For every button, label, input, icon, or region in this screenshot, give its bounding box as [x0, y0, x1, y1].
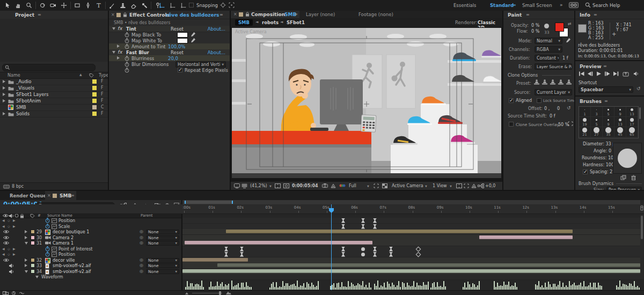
- track-row[interactable]: [182, 269, 640, 275]
- workspace-small-screen[interactable]: Small Screen: [522, 3, 552, 8]
- project-panel-menu-icon[interactable]: ≡: [38, 12, 41, 17]
- effect-prop-map-black[interactable]: Map Black To: [109, 32, 230, 38]
- layer-label-swatch[interactable]: [31, 235, 35, 240]
- track-row[interactable]: [182, 218, 640, 224]
- twirl-right-icon[interactable]: [25, 259, 27, 262]
- project-tab[interactable]: Project: [15, 12, 34, 18]
- parent-pickwhip-icon[interactable]: ◎: [140, 229, 143, 234]
- composition-tab[interactable]: × Composition SMB ≡: [231, 11, 299, 18]
- parent-pickwhip-icon[interactable]: ◎: [140, 263, 143, 268]
- pan-behind-tool-icon[interactable]: [58, 1, 69, 10]
- channels-icon[interactable]: [339, 183, 346, 188]
- project-item-Solids[interactable]: Solids F: [0, 110, 108, 117]
- eye-toggle-icon[interactable]: [3, 258, 9, 262]
- duration-dropdown[interactable]: Constant: [535, 55, 559, 61]
- keyframe-marker[interactable]: [361, 247, 365, 251]
- mask-visibility-icon[interactable]: [283, 183, 289, 188]
- effect-name[interactable]: Tint: [126, 26, 136, 32]
- effect-prop-amount[interactable]: Amount to Tint 100,0%: [109, 43, 230, 49]
- eye-toggle-icon[interactable]: [3, 241, 9, 245]
- flow-value[interactable]: 0 %: [531, 29, 539, 34]
- label-swatch[interactable]: [92, 92, 97, 97]
- keyframe-marker[interactable]: [240, 247, 244, 252]
- local-axis-icon[interactable]: [157, 1, 167, 10]
- comp-panel-menu-icon[interactable]: ≡: [294, 12, 298, 17]
- workspace-essentials[interactable]: Essentials: [453, 3, 477, 8]
- safe-guides-icon[interactable]: [275, 183, 281, 188]
- first-frame-button[interactable]: [579, 71, 585, 77]
- color-swatch[interactable]: [177, 32, 188, 38]
- layer-duration-bar[interactable]: [226, 230, 573, 233]
- keyframe-marker[interactable]: [341, 218, 345, 223]
- footage-tab[interactable]: Footage (none): [358, 12, 393, 17]
- orbit-camera-tool-icon[interactable]: [37, 1, 48, 10]
- brush-tip-preview[interactable]: [544, 24, 549, 28]
- time-ruler[interactable]: :00s01s02s03s04s05s06s07s08s09s10s11s12s…: [0, 204, 644, 214]
- zoom-level[interactable]: (41,2%): [250, 183, 267, 188]
- keyframe-marker[interactable]: [373, 218, 377, 223]
- twirl-right-icon[interactable]: [25, 230, 27, 233]
- prev-keyframe-icon[interactable]: ◀: [2, 218, 5, 222]
- eye-toggle-icon[interactable]: [3, 230, 9, 234]
- zoom-out-mountain-icon[interactable]: [185, 291, 190, 295]
- label-swatch[interactable]: [92, 86, 97, 90]
- offset-x[interactable]: 0 ,: [544, 106, 550, 111]
- export-preview-icon[interactable]: [623, 71, 629, 77]
- shape-tool-icon[interactable]: [72, 1, 83, 10]
- clone-stamp-tool-icon[interactable]: [118, 1, 128, 10]
- keyframe-marker[interactable]: [416, 246, 421, 252]
- layer-row-31[interactable]: 31 Camera 1 ◎ None: [0, 240, 181, 246]
- magnification-icon[interactable]: [241, 183, 247, 188]
- lock-source-time-checkbox[interactable]: [537, 98, 541, 103]
- swap-colors-icon[interactable]: ⇄: [568, 21, 572, 26]
- pixel-aspect-icon[interactable]: [456, 183, 462, 188]
- stopwatch-icon[interactable]: [45, 252, 50, 257]
- effect-controls-tab[interactable]: Effect Controls: [129, 12, 170, 18]
- fast-previews-icon[interactable]: [464, 183, 469, 188]
- view-axis-icon[interactable]: [178, 1, 189, 10]
- effect-prop-blur-dimensions[interactable]: Blur Dimensions Horizontal and Vertica: [109, 61, 230, 67]
- layer-label-swatch[interactable]: [31, 263, 35, 268]
- track-row[interactable]: [182, 229, 640, 235]
- parent-dropdown[interactable]: None: [146, 230, 179, 234]
- workspace-standard[interactable]: Standard: [490, 3, 514, 8]
- track-row[interactable]: [182, 263, 640, 269]
- property-row-point-of-interest[interactable]: ◀ ◇ ▶ Point of Interest: [0, 246, 181, 252]
- label-swatch[interactable]: [92, 79, 97, 84]
- zoom-in-mountain-icon[interactable]: [225, 291, 232, 295]
- brush-size-13[interactable]: 13: [614, 117, 626, 127]
- camera-view-value[interactable]: Active Camera: [392, 183, 423, 188]
- lock-icon[interactable]: [245, 12, 250, 17]
- workspace-overflow-chevron[interactable]: »: [560, 2, 563, 8]
- composition-viewport[interactable]: Active Camera: [231, 27, 502, 181]
- work-area-strip[interactable]: [182, 200, 640, 204]
- layer-row-33[interactable]: 33 smb-voixoff-v2.aif ◎ None: [0, 263, 181, 268]
- project-settings-icon[interactable]: [3, 185, 10, 189]
- foreground-color-swatch[interactable]: [555, 23, 564, 32]
- keyframe-marker[interactable]: [224, 252, 228, 257]
- track-row[interactable]: [182, 252, 640, 257]
- info-panel-menu-icon[interactable]: ≡: [594, 12, 597, 17]
- paint-tab[interactable]: Paint: [508, 12, 522, 18]
- clone-preset-4-icon[interactable]: [558, 79, 564, 86]
- clone-preset-2-icon[interactable]: [541, 79, 548, 86]
- parent-dropdown[interactable]: None: [146, 269, 179, 274]
- speaker-toggle-icon[interactable]: [9, 263, 14, 268]
- new-brush-icon[interactable]: [620, 175, 626, 180]
- label-swatch[interactable]: [92, 105, 97, 109]
- brush-size-21[interactable]: 21: [579, 127, 591, 137]
- parent-pickwhip-icon[interactable]: ◎: [140, 269, 143, 274]
- layer-duration-bar[interactable]: [182, 258, 248, 262]
- close-icon[interactable]: ×: [111, 12, 115, 17]
- expand-layer-switches-icon[interactable]: [3, 291, 9, 295]
- keyframe-marker[interactable]: [389, 252, 393, 257]
- exposure-offset[interactable]: +0,0: [485, 183, 495, 188]
- twirl-down-icon[interactable]: [112, 51, 115, 54]
- track-row[interactable]: [182, 235, 640, 241]
- stopwatch-icon[interactable]: [45, 246, 50, 252]
- workspace-menu-icon[interactable]: ≡: [513, 3, 516, 8]
- brush-size-19[interactable]: 19: [579, 117, 591, 127]
- track-camera-tool-icon[interactable]: [48, 1, 58, 10]
- layer-row-34[interactable]: 34 smb-voixoff-v2.aif ◎ None: [0, 269, 181, 274]
- keyframe-marker[interactable]: [341, 224, 345, 229]
